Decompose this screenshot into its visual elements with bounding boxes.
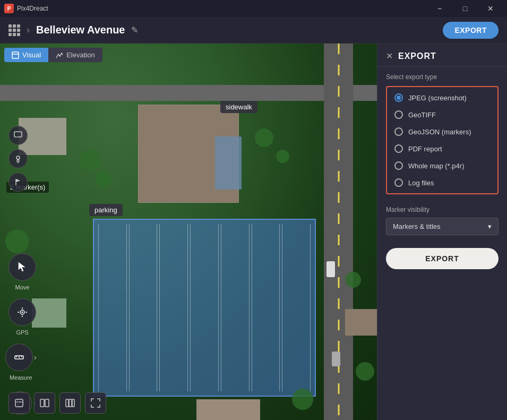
app-name: Pix4Dreact bbox=[17, 5, 48, 12]
tree bbox=[5, 229, 29, 253]
panel-title: EXPORT bbox=[398, 52, 436, 61]
tree bbox=[96, 171, 111, 187]
export-option-jpeg-label: JPEG (screenshot) bbox=[408, 94, 467, 102]
flag-tool-button[interactable] bbox=[8, 173, 28, 192]
svg-rect-19 bbox=[40, 399, 44, 407]
close-button[interactable]: ✕ bbox=[478, 0, 503, 17]
radio-geojson bbox=[394, 127, 403, 136]
export-action-button[interactable]: EXPORT bbox=[386, 248, 499, 269]
export-option-wholemap[interactable]: Whole map (*.p4r) bbox=[387, 157, 497, 174]
parking-lines bbox=[98, 224, 311, 391]
gps-tool-group: GPS bbox=[8, 298, 36, 336]
grid-dot bbox=[8, 29, 12, 32]
svg-point-7 bbox=[22, 312, 23, 313]
parking-tooltip: parking bbox=[89, 204, 123, 216]
export-header-button[interactable]: EXPORT bbox=[443, 22, 499, 39]
radio-log bbox=[394, 178, 403, 187]
car-2 bbox=[332, 352, 340, 366]
export-type-label: Select export type bbox=[386, 73, 499, 81]
measure-expand-icon[interactable]: › bbox=[34, 353, 37, 362]
header: › Belleview Avenue ✎ EXPORT bbox=[0, 17, 507, 44]
parking-col bbox=[252, 224, 280, 391]
visual-tab[interactable]: Visual bbox=[4, 48, 48, 62]
measure-icon bbox=[13, 352, 25, 363]
parking-col bbox=[159, 224, 188, 391]
export-option-geojson[interactable]: GeoJSON (markers) bbox=[387, 123, 497, 140]
marker-visibility-section: Marker visibility Markers & titles ▾ bbox=[377, 201, 507, 241]
gps-icon bbox=[16, 306, 28, 318]
layers-icon bbox=[14, 398, 24, 408]
radio-geotiff bbox=[394, 110, 403, 119]
visual-icon bbox=[12, 52, 19, 59]
svg-rect-21 bbox=[66, 399, 68, 407]
export-action-section: EXPORT bbox=[377, 241, 507, 277]
gps-tool-button[interactable] bbox=[8, 298, 36, 326]
export-option-pdf[interactable]: PDF report bbox=[387, 140, 497, 157]
grid-dot bbox=[8, 24, 12, 28]
comment-tool-button[interactable] bbox=[8, 126, 28, 145]
marker-visibility-dropdown[interactable]: Markers & titles ▾ bbox=[386, 218, 499, 235]
export-option-geotiff-label: GeoTIFF bbox=[408, 111, 436, 119]
small-building-3 bbox=[345, 309, 377, 336]
move-label: Move bbox=[15, 284, 30, 290]
annex-building bbox=[215, 136, 242, 190]
export-option-wholemap-label: Whole map (*.p4r) bbox=[408, 162, 464, 170]
export-option-geotiff[interactable]: GeoTIFF bbox=[387, 106, 497, 123]
layer-toggle-button[interactable] bbox=[8, 392, 30, 414]
panel-close-button[interactable]: ✕ bbox=[386, 51, 393, 61]
parking-col bbox=[98, 224, 127, 391]
svg-marker-5 bbox=[19, 262, 25, 271]
svg-rect-20 bbox=[45, 399, 49, 407]
grid-dot bbox=[13, 24, 16, 28]
fullscreen-button[interactable] bbox=[85, 392, 106, 414]
radio-inner-jpeg bbox=[397, 96, 401, 100]
car-1 bbox=[326, 261, 335, 277]
map-area[interactable]: sidewalk parking 2 marker(s) Visual Elev… bbox=[0, 44, 377, 420]
horizontal-road bbox=[0, 85, 377, 101]
project-title: Belleview Avenue bbox=[36, 24, 125, 36]
titlebar: P Pix4Dreact − □ ✕ bbox=[0, 0, 507, 17]
split-view-icon bbox=[40, 398, 49, 408]
elevation-icon bbox=[56, 52, 63, 59]
elevation-tab[interactable]: Elevation bbox=[48, 48, 102, 62]
parking-col bbox=[190, 224, 219, 391]
marker-visibility-label: Marker visibility bbox=[386, 206, 499, 213]
split-view-button[interactable] bbox=[34, 392, 55, 414]
radio-pdf bbox=[394, 144, 403, 153]
fullscreen-icon bbox=[91, 398, 100, 408]
tree bbox=[292, 389, 313, 410]
tree bbox=[80, 150, 101, 171]
svg-rect-0 bbox=[12, 52, 19, 58]
measure-tool-button[interactable] bbox=[5, 344, 33, 371]
bottom-toolbar bbox=[8, 392, 106, 414]
small-building-4 bbox=[196, 399, 260, 420]
compare-button[interactable] bbox=[59, 392, 81, 414]
main-content: sidewalk parking 2 marker(s) Visual Elev… bbox=[0, 44, 507, 420]
app-icon: P bbox=[4, 4, 14, 13]
export-option-log[interactable]: Log files bbox=[387, 174, 497, 191]
parking-col bbox=[221, 224, 250, 391]
location-pin-icon bbox=[14, 155, 22, 163]
tree bbox=[276, 150, 289, 163]
export-option-jpeg[interactable]: JPEG (screenshot) bbox=[387, 89, 497, 106]
breadcrumb-arrow-icon: › bbox=[27, 24, 30, 36]
view-tabs: Visual Elevation bbox=[4, 48, 102, 62]
export-type-section: Select export type JPEG (screenshot) Geo… bbox=[377, 67, 507, 201]
minimize-button[interactable]: − bbox=[427, 0, 452, 17]
measure-tool-group: › Measure bbox=[5, 344, 37, 381]
left-tools bbox=[8, 126, 28, 192]
maximize-button[interactable]: □ bbox=[453, 0, 477, 17]
svg-rect-23 bbox=[72, 399, 74, 407]
apps-grid-button[interactable] bbox=[8, 24, 20, 36]
grid-dot bbox=[17, 33, 20, 36]
svg-rect-17 bbox=[15, 399, 23, 407]
export-option-geojson-label: GeoJSON (markers) bbox=[408, 128, 471, 136]
export-options-list: JPEG (screenshot) GeoTIFF GeoJSON (marke… bbox=[386, 86, 499, 194]
location-pin-tool-button[interactable] bbox=[8, 149, 28, 168]
flag-icon bbox=[14, 178, 22, 186]
compare-icon bbox=[65, 398, 75, 408]
svg-point-3 bbox=[16, 156, 20, 159]
move-tool-button[interactable] bbox=[8, 253, 36, 281]
edit-icon[interactable]: ✎ bbox=[131, 25, 138, 35]
grid-dot bbox=[8, 33, 12, 36]
